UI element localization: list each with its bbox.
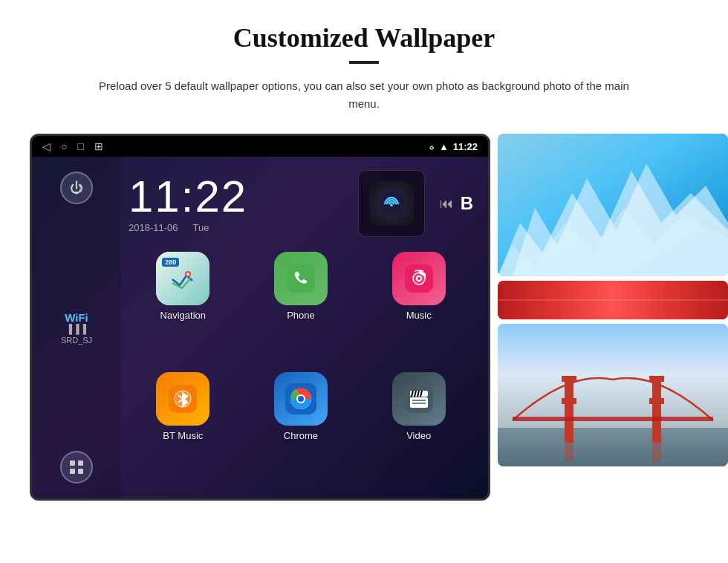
- svg-point-5: [390, 204, 393, 206]
- music-icon: [392, 252, 446, 305]
- chrome-label: Chrome: [284, 430, 318, 441]
- navigation-icon: 280: [156, 252, 209, 305]
- svg-rect-39: [649, 398, 664, 404]
- app-item-video[interactable]: Video: [364, 372, 473, 484]
- power-button[interactable]: ⏻: [60, 172, 93, 204]
- wallpaper-stack: [498, 134, 728, 466]
- svg-rect-1: [78, 461, 83, 466]
- phone-label: Phone: [287, 310, 315, 321]
- svg-rect-2: [70, 469, 75, 474]
- app-item-navigation[interactable]: 280: [129, 252, 238, 363]
- status-left: ◁ ○ □ ⊞: [42, 140, 103, 152]
- wallpaper-thumbnails: [498, 134, 728, 466]
- app-item-bt-music[interactable]: BT Music: [129, 372, 238, 484]
- svg-rect-23: [410, 397, 428, 408]
- svg-point-14: [417, 277, 420, 280]
- svg-rect-40: [513, 417, 713, 421]
- svg-rect-35: [562, 376, 576, 382]
- wallpaper-thumb-bridge[interactable]: [498, 324, 728, 466]
- status-time: 11:22: [453, 141, 478, 152]
- svg-rect-41: [565, 439, 573, 461]
- app-item-phone[interactable]: Phone: [247, 252, 356, 363]
- bt-music-label: BT Music: [163, 430, 203, 441]
- screen-main: 11:22 2018-11-06 Tue: [121, 157, 488, 498]
- clock-row: 11:22 2018-11-06 Tue: [121, 157, 488, 244]
- app-item-chrome[interactable]: Chrome: [247, 372, 356, 484]
- svg-rect-32: [498, 324, 728, 428]
- svg-rect-38: [649, 376, 664, 382]
- svg-rect-3: [78, 469, 83, 474]
- wifi-ssid: SRD_SJ: [61, 336, 92, 345]
- nav-map: 280: [156, 252, 209, 305]
- svg-rect-36: [562, 398, 576, 404]
- content-area: ◁ ○ □ ⊞ ⬦ ▲ 11:22 ⏻ WiFi ▐: [30, 134, 698, 501]
- page-title: Customized Wallpaper: [30, 22, 698, 53]
- svg-rect-0: [70, 461, 75, 466]
- media-icon: [369, 181, 414, 226]
- location-icon: ⬦: [429, 141, 435, 152]
- page-description: Preload over 5 default wallpaper options…: [85, 77, 643, 113]
- navigation-label: Navigation: [160, 310, 206, 321]
- svg-rect-42: [652, 439, 661, 461]
- chrome-icon: [274, 372, 328, 426]
- wifi-info: WiFi ▐▐▐ SRD_SJ: [61, 311, 92, 345]
- page-wrapper: Customized Wallpaper Preload over 5 defa…: [0, 0, 728, 523]
- left-sidebar: ⏻ WiFi ▐▐▐ SRD_SJ: [32, 157, 121, 498]
- svg-rect-9: [287, 264, 315, 293]
- video-icon: [392, 372, 446, 426]
- svg-point-20: [298, 396, 304, 402]
- text-b-label: B: [461, 193, 473, 214]
- screen-body: ⏻ WiFi ▐▐▐ SRD_SJ: [32, 157, 488, 498]
- device-mockup: ◁ ○ □ ⊞ ⬦ ▲ 11:22 ⏻ WiFi ▐: [30, 134, 490, 501]
- phone-icon: [274, 252, 328, 305]
- svg-point-8: [186, 273, 189, 276]
- media-controls: ⏮ B: [440, 193, 473, 214]
- back-nav-icon[interactable]: ◁: [42, 140, 51, 152]
- video-label: Video: [406, 430, 431, 441]
- wifi-label: WiFi: [61, 311, 92, 324]
- status-right: ⬦ ▲ 11:22: [429, 141, 478, 152]
- screenshot-nav-icon[interactable]: ⊞: [94, 140, 103, 152]
- status-bar: ◁ ○ □ ⊞ ⬦ ▲ 11:22: [32, 136, 488, 157]
- music-label: Music: [406, 310, 432, 321]
- wifi-bars: ▐▐▐: [61, 324, 92, 334]
- skip-back-icon[interactable]: ⏮: [440, 196, 453, 212]
- home-nav-icon[interactable]: ○: [61, 140, 67, 152]
- recents-nav-icon[interactable]: □: [77, 140, 83, 152]
- app-grid: 280: [121, 244, 488, 498]
- nav-badge: 280: [162, 258, 179, 267]
- clock-time: 11:22: [129, 175, 343, 219]
- clock-section: 11:22 2018-11-06 Tue: [129, 175, 343, 233]
- title-divider: [349, 61, 379, 64]
- wifi-icon: ▲: [439, 141, 449, 152]
- clock-date: 2018-11-06 Tue: [129, 222, 343, 233]
- clock-day-value: Tue: [193, 222, 209, 233]
- bt-music-icon: [156, 372, 209, 426]
- clock-date-value: 2018-11-06: [129, 222, 178, 233]
- wallpaper-thumb-ice[interactable]: [498, 134, 728, 276]
- svg-rect-33: [498, 428, 728, 466]
- media-widget: [358, 170, 425, 237]
- apps-button[interactable]: [60, 451, 93, 484]
- app-item-music[interactable]: Music: [364, 252, 473, 363]
- wallpaper-thumb-middle: [498, 281, 728, 319]
